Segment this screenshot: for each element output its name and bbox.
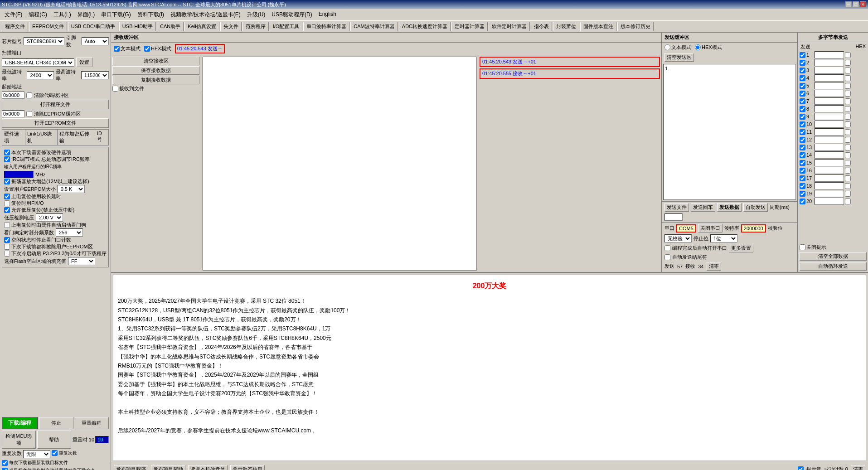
mc-check-8[interactable] [800, 106, 805, 112]
mc-hex-17[interactable] [845, 175, 851, 181]
toolbar-button[interactable]: 程序文件 [2, 22, 28, 31]
toolbar-button[interactable]: USB-HID助手 [119, 22, 156, 31]
more-settings-button[interactable]: 更多设置 [729, 244, 753, 252]
close-hint-check[interactable] [800, 244, 805, 250]
mc-input-3[interactable] [815, 67, 844, 74]
hw-tab-id[interactable]: ID号 [95, 130, 108, 145]
reset-time-input[interactable] [95, 436, 109, 443]
mc-input-16[interactable] [815, 167, 844, 174]
save-data-button[interactable]: 保存接收数据 [112, 66, 199, 75]
close-port-button[interactable]: 关闭串口 [698, 224, 723, 233]
opt-cold-check[interactable] [4, 251, 10, 257]
mc-input-1[interactable] [815, 51, 844, 58]
mc-hex-6[interactable] [845, 91, 851, 97]
clear-eeprom-check[interactable] [26, 111, 32, 117]
open-eeprom-button[interactable]: 打开EEPROM文件 [2, 118, 109, 128]
toolbar-button[interactable]: 封装辨位 [553, 22, 579, 31]
lowv-detect-select[interactable]: 2.00 V [36, 213, 63, 222]
min-baud-select[interactable]: 2400 [27, 71, 54, 79]
mc-input-2[interactable] [815, 59, 844, 66]
receive-hex-mode-check[interactable] [144, 46, 150, 52]
menu-item[interactable]: 视频教学/技术论坛/送显卡(E) [168, 10, 243, 19]
mc-check-1[interactable] [800, 52, 805, 58]
menu-item[interactable]: USB驱动程序(D) [269, 10, 315, 19]
mc-input-17[interactable] [815, 174, 844, 182]
mc-check-4[interactable] [800, 75, 805, 81]
opt-amp-check[interactable] [4, 179, 10, 184]
menu-item[interactable]: 编程(C) [26, 10, 50, 19]
mc-hex-12[interactable] [845, 137, 851, 143]
mc-check-5[interactable] [800, 83, 805, 89]
menu-item[interactable]: 升级(U) [244, 10, 268, 19]
chip-type-select[interactable]: STC89C86K64 [24, 37, 64, 45]
mc-input-9[interactable] [815, 113, 844, 120]
close-button[interactable]: ✕ [860, 1, 866, 8]
toolbar-button[interactable]: 串口波特率计算器 [303, 22, 349, 31]
copy-data-button[interactable]: 复制接收数据 [112, 76, 199, 84]
mc-check-14[interactable] [800, 152, 805, 158]
mc-hex-11[interactable] [845, 129, 851, 135]
mc-check-9[interactable] [800, 114, 805, 120]
mc-hex-15[interactable] [845, 160, 851, 166]
help-button[interactable]: 帮助 [37, 431, 71, 449]
open-prog-button[interactable]: 打开程序文件 [2, 100, 109, 109]
mc-hex-14[interactable] [845, 152, 851, 158]
clear-success-button[interactable]: 清零 [851, 465, 865, 470]
send-hex-mode-radio[interactable] [695, 44, 701, 50]
mc-hex-19[interactable] [845, 191, 851, 197]
receive-text-area[interactable] [203, 57, 477, 271]
period-input[interactable]: 100 [664, 213, 683, 221]
opt-lowv-check[interactable] [4, 207, 10, 213]
maximize-button[interactable]: □ [853, 1, 859, 8]
mc-input-10[interactable] [815, 121, 844, 128]
mc-check-11[interactable] [800, 129, 805, 135]
mc-check-10[interactable] [800, 121, 805, 127]
hw-tab-link1[interactable]: Link1/U8烧机 [25, 130, 58, 145]
mc-check-13[interactable] [800, 145, 805, 150]
receive-text-mode-check[interactable] [114, 46, 120, 52]
opt-f1io-check[interactable] [4, 200, 10, 206]
auto-send-cr-check[interactable] [664, 254, 670, 260]
mc-check-17[interactable] [800, 175, 805, 181]
send-text-mode-radio[interactable] [664, 44, 670, 50]
mc-input-20[interactable] [815, 198, 844, 205]
minimize-button[interactable]: ─ [845, 1, 852, 8]
hint-sound-check[interactable] [798, 466, 804, 470]
mc-input-18[interactable] [815, 182, 844, 189]
mc-check-20[interactable] [800, 199, 805, 204]
stop-select[interactable]: 1位 [710, 234, 737, 242]
hw-tab-encrypt[interactable]: 程序加密后传输 [58, 130, 95, 145]
mc-hex-4[interactable] [845, 75, 851, 81]
mc-hex-1[interactable] [845, 52, 851, 58]
menu-item[interactable]: 串口下载(G) [98, 10, 133, 19]
publish-help-button[interactable]: 发布项目帮助 [151, 465, 185, 470]
menu-item[interactable]: English [316, 10, 339, 19]
toolbar-button[interactable]: 头文件 [220, 22, 242, 31]
reload-every-check[interactable] [52, 450, 58, 456]
send-file-button[interactable]: 发送文件 [664, 203, 689, 212]
toolbar-button[interactable]: 版本修订历史 [617, 22, 654, 31]
clear-count-button[interactable]: 清零 [707, 262, 721, 271]
pin-count-select[interactable]: Auto [82, 37, 109, 45]
mc-check-15[interactable] [800, 160, 805, 166]
mc-input-19[interactable] [815, 190, 844, 197]
mc-input-13[interactable] [815, 144, 844, 151]
menu-item[interactable]: 文件(F) [2, 10, 25, 19]
watchdog-div-select[interactable]: 256 [56, 228, 83, 237]
mc-hex-2[interactable] [845, 60, 851, 66]
toolbar-button[interactable]: I/O配置工具 [270, 22, 303, 31]
toolbar-button[interactable]: ADC转换速度计算器 [399, 22, 451, 31]
opt-reset-long-check[interactable] [4, 194, 10, 199]
mc-hex-3[interactable] [845, 68, 851, 73]
clear-all-button[interactable]: 清空全部数据 [800, 252, 867, 261]
opt-erase-eeprom-check[interactable] [4, 244, 10, 250]
menu-item[interactable]: 界面(L) [75, 10, 98, 19]
toolbar-button[interactable]: 范例程序 [242, 22, 269, 31]
send-data-button[interactable]: 发送数据 [717, 203, 742, 212]
mc-hex-18[interactable] [845, 183, 851, 189]
reload-select[interactable]: 无限 [23, 450, 50, 458]
menu-item[interactable]: 工具(L) [51, 10, 74, 19]
read-disk-button[interactable]: 读取本机硬盘号 [188, 465, 228, 470]
toolbar-button[interactable]: Keil仿真设置 [184, 22, 219, 31]
flash-fill-select[interactable]: FF [68, 257, 95, 265]
